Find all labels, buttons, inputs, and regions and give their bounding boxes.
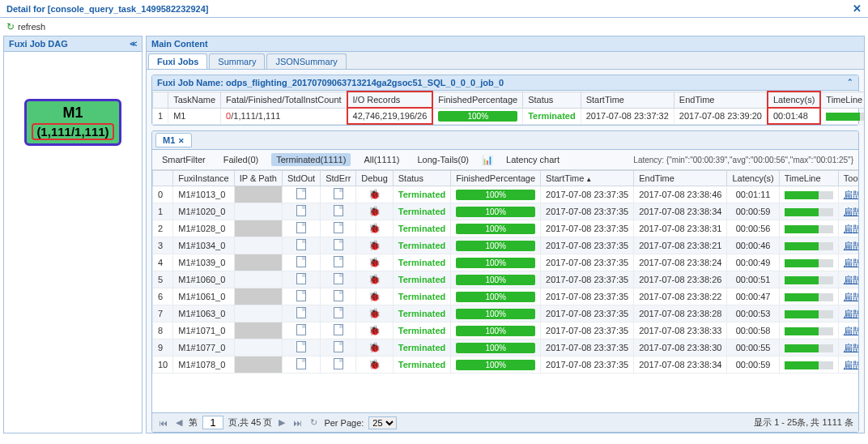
cell-stdout[interactable] xyxy=(282,271,320,288)
cell-stdout[interactable] xyxy=(282,356,320,374)
pager-last-icon[interactable]: ⏭ xyxy=(291,418,304,428)
ih-status[interactable]: Status xyxy=(393,171,450,186)
pager-perpage-select[interactable]: 25 xyxy=(368,416,397,429)
cell-stderr[interactable] xyxy=(321,186,356,203)
stdout-icon[interactable] xyxy=(296,341,306,352)
tool-link[interactable]: 扁鹊 xyxy=(844,343,858,352)
ih-ip[interactable]: IP & Path xyxy=(234,171,282,186)
stderr-icon[interactable] xyxy=(334,188,343,199)
stdout-icon[interactable] xyxy=(296,290,306,301)
cell-stderr[interactable] xyxy=(321,356,356,374)
cell-stdout[interactable] xyxy=(282,339,320,356)
cell-tool[interactable]: 扁鹊 xyxy=(838,254,858,271)
collapse-left-icon[interactable]: ≪ xyxy=(130,40,137,48)
stderr-icon[interactable] xyxy=(334,290,343,301)
cell-debug[interactable]: 🐞 xyxy=(356,203,393,220)
cell-tool[interactable]: 扁鹊 xyxy=(838,237,858,254)
col-latency[interactable]: Latency(s) xyxy=(768,92,820,108)
pager-next-icon[interactable]: ▶ xyxy=(277,417,287,428)
cell-stdout[interactable] xyxy=(282,254,320,271)
instance-row[interactable]: 6M1#1061_0🐞Terminated100%2017-07-08 23:3… xyxy=(153,288,859,305)
stdout-icon[interactable] xyxy=(296,256,306,267)
cell-debug[interactable]: 🐞 xyxy=(356,288,393,305)
cell-stderr[interactable] xyxy=(321,339,356,356)
tool-link[interactable]: 扁鹊 xyxy=(844,275,858,284)
cell-debug[interactable]: 🐞 xyxy=(356,356,393,374)
stderr-icon[interactable] xyxy=(334,307,343,318)
cell-stderr[interactable] xyxy=(321,322,356,339)
filter-all[interactable]: All(1111) xyxy=(359,153,404,166)
cell-tool[interactable]: 扁鹊 xyxy=(838,305,858,322)
bug-icon[interactable]: 🐞 xyxy=(368,223,381,234)
tool-link[interactable]: 扁鹊 xyxy=(844,326,858,335)
ih-end[interactable]: EndTime xyxy=(634,171,727,186)
col-idx[interactable] xyxy=(153,92,168,108)
cell-tool[interactable]: 扁鹊 xyxy=(838,186,858,203)
cell-tool[interactable]: 扁鹊 xyxy=(838,271,858,288)
instance-row[interactable]: 1M1#1020_0🐞Terminated100%2017-07-08 23:3… xyxy=(153,203,859,220)
cell-debug[interactable]: 🐞 xyxy=(356,271,393,288)
stdout-icon[interactable] xyxy=(296,188,306,199)
instance-row[interactable]: 5M1#1060_0🐞Terminated100%2017-07-08 23:3… xyxy=(153,271,859,288)
instance-row[interactable]: 0M1#1013_0🐞Terminated100%2017-07-08 23:3… xyxy=(153,186,859,203)
refresh-icon[interactable]: ↻ xyxy=(6,21,15,32)
bug-icon[interactable]: 🐞 xyxy=(368,308,381,319)
ih-debug[interactable]: Debug xyxy=(356,171,393,186)
stderr-icon[interactable] xyxy=(334,324,343,335)
cell-stdout[interactable] xyxy=(282,237,320,254)
tab-m1[interactable]: M1✕ xyxy=(155,133,192,147)
cell-debug[interactable]: 🐞 xyxy=(356,254,393,271)
tool-link[interactable]: 扁鹊 xyxy=(844,360,858,369)
tool-link[interactable]: 扁鹊 xyxy=(844,309,858,318)
pager-page-input[interactable] xyxy=(202,416,223,429)
cell-tool[interactable]: 扁鹊 xyxy=(838,356,858,374)
filter-latency-chart[interactable]: Latency chart xyxy=(501,153,564,166)
cell-debug[interactable]: 🐞 xyxy=(356,186,393,203)
tool-link[interactable]: 扁鹊 xyxy=(844,190,858,199)
col-timeline[interactable]: TimeLine xyxy=(820,92,865,108)
stderr-icon[interactable] xyxy=(334,239,343,250)
bug-icon[interactable]: 🐞 xyxy=(368,291,381,302)
cell-stdout[interactable] xyxy=(282,322,320,339)
ih-fp[interactable]: FinishedPercentage xyxy=(451,171,541,186)
stdout-icon[interactable] xyxy=(296,358,306,369)
filter-longtails[interactable]: Long-Tails(0) xyxy=(412,153,474,166)
cell-stderr[interactable] xyxy=(321,288,356,305)
stdout-icon[interactable] xyxy=(296,324,306,335)
instance-row[interactable]: 4M1#1039_0🐞Terminated100%2017-07-08 23:3… xyxy=(153,254,859,271)
instance-row[interactable]: 3M1#1034_0🐞Terminated100%2017-07-08 23:3… xyxy=(153,237,859,254)
bug-icon[interactable]: 🐞 xyxy=(368,257,381,268)
col-end[interactable]: EndTime xyxy=(674,92,768,108)
ih-tool[interactable]: Tool xyxy=(838,171,858,186)
tool-link[interactable]: 扁鹊 xyxy=(844,241,858,250)
ih-stdout[interactable]: StdOut xyxy=(282,171,320,186)
filter-terminated[interactable]: Terminated(1111) xyxy=(271,153,351,166)
pager-prev-icon[interactable]: ◀ xyxy=(174,417,184,428)
cell-tool[interactable]: 扁鹊 xyxy=(838,288,858,305)
cell-debug[interactable]: 🐞 xyxy=(356,339,393,356)
fuxi-job-row[interactable]: 1 M1 0/1,111/1,111 42,746,219,196/26 100… xyxy=(153,108,866,124)
instance-row[interactable]: 8M1#1071_0🐞Terminated100%2017-07-08 23:3… xyxy=(153,322,859,339)
col-fp[interactable]: FinishedPercentage xyxy=(432,92,522,108)
cell-stdout[interactable] xyxy=(282,203,320,220)
stderr-icon[interactable] xyxy=(334,256,343,267)
cell-stdout[interactable] xyxy=(282,220,320,237)
instance-row[interactable]: 10M1#1078_0🐞Terminated100%2017-07-08 23:… xyxy=(153,356,859,374)
tool-link[interactable]: 扁鹊 xyxy=(844,292,858,301)
tab-summary[interactable]: Summary xyxy=(209,53,265,69)
ih-stderr[interactable]: StdErr xyxy=(321,171,356,186)
collapse-up-icon[interactable]: ⌃ xyxy=(847,78,853,88)
pager-refresh-icon[interactable]: ↻ xyxy=(308,417,319,428)
col-fatal[interactable]: Fatal/Finished/TotalInstCount xyxy=(221,92,347,108)
stdout-icon[interactable] xyxy=(296,307,306,318)
instance-grid-wrap[interactable]: FuxiInstance IP & Path StdOut StdErr Deb… xyxy=(152,170,858,412)
cell-debug[interactable]: 🐞 xyxy=(356,237,393,254)
stderr-icon[interactable] xyxy=(334,273,343,284)
cell-tool[interactable]: 扁鹊 xyxy=(838,203,858,220)
bug-icon[interactable]: 🐞 xyxy=(368,359,381,370)
stderr-icon[interactable] xyxy=(334,341,343,352)
stdout-icon[interactable] xyxy=(296,273,306,284)
refresh-label[interactable]: refresh xyxy=(18,22,45,32)
ih-tl[interactable]: TimeLine xyxy=(779,171,838,186)
bug-icon[interactable]: 🐞 xyxy=(368,206,381,217)
